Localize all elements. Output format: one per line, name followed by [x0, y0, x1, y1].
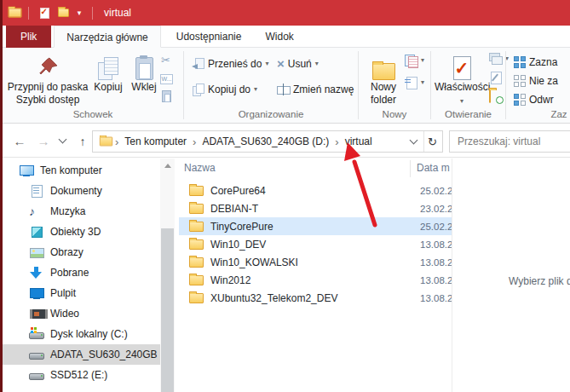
breadcrumb-drive-d[interactable]: ADATA_SU630_240GB (D:) [198, 135, 333, 147]
sidebar-item-documents[interactable]: Dokumenty [3, 181, 160, 201]
tab-narzedzia-glowne[interactable]: Narzędzia główne [54, 26, 160, 48]
paste-shortcut-icon [162, 90, 171, 102]
paste-shortcut-button[interactable] [162, 90, 171, 102]
copy-to-button[interactable]: Kopiuj do ▾ [192, 84, 257, 95]
window-title: virtual [104, 7, 131, 19]
chevron-down-icon: ▾ [254, 86, 257, 93]
qat-new-folder-button[interactable] [54, 3, 72, 23]
file-date: 23.02.20 [420, 204, 452, 214]
column-separator[interactable] [410, 160, 411, 177]
sidebar-item-label: Pobrane [50, 267, 89, 279]
sidebar-scrollbar[interactable] [160, 159, 175, 392]
easy-access-button[interactable]: ▾ [405, 77, 424, 89]
forward-button[interactable]: → [33, 124, 54, 158]
select-none-button[interactable]: Nie za [514, 75, 558, 87]
pin-label-line2: Szybki dostęp [6, 95, 89, 106]
preview-pane: Wybierz plik d [452, 159, 570, 392]
search-input[interactable] [450, 131, 570, 152]
file-row[interactable]: XUbuntu32_Telekom2_DEV13.08.20 [179, 289, 452, 307]
file-date: 13.08.20 [420, 293, 452, 303]
rename-button[interactable]: Zmień nazwę [277, 84, 354, 95]
breadcrumb-virtual[interactable]: virtual [341, 135, 377, 147]
refresh-button[interactable]: ↻ [428, 135, 442, 148]
file-row[interactable]: Win10_KOWALSKI13.08.20 [179, 253, 452, 271]
sidebar-item-this-pc[interactable]: Ten komputer [3, 160, 160, 181]
sidebar-item-drive-d[interactable]: ADATA_SU630_240GB (D:) [3, 344, 160, 365]
folder-icon [189, 186, 204, 196]
invert-selection-button[interactable]: Odwr [514, 94, 554, 106]
scrollbar-thumb[interactable] [161, 228, 174, 392]
sidebar-item-videos[interactable]: Wideo [3, 303, 160, 324]
file-row[interactable]: Win201213.08.20 [179, 271, 452, 289]
folder-icon [189, 257, 204, 268]
move-to-button[interactable]: Przenieś do ▾ [192, 58, 268, 70]
drive-icon [29, 348, 44, 361]
tab-widok[interactable]: Widok [253, 26, 305, 48]
cut-button[interactable]: ✂ [161, 55, 170, 66]
sidebar-item-desktop[interactable]: Pulpit [3, 283, 160, 303]
pin-to-quick-access-button[interactable]: Przypnij do paska Szybki dostęp [6, 48, 89, 107]
delete-button[interactable]: × Usuń ▾ [277, 58, 319, 70]
file-date: 25.02.20 [420, 186, 452, 196]
new-folder-label-line2: folder [364, 95, 403, 106]
sidebar-item-downloads[interactable]: Pobrane [3, 262, 160, 283]
music-icon: ♪ [29, 205, 44, 218]
qat-properties-button[interactable]: ✓ [35, 3, 54, 23]
sidebar-item-label: SSD512 (E:) [50, 369, 107, 381]
tab-udostepnianie[interactable]: Udostępnianie [164, 26, 254, 48]
qat-customize-button[interactable]: ▾ [72, 3, 86, 23]
select-all-button[interactable]: Zazna [514, 56, 557, 68]
group-label-clipboard: Schowek [3, 109, 183, 119]
group-new: Nowy folder ▾ ▾ Nowy [359, 48, 430, 123]
file-row[interactable]: CorePure6425.02.20 [179, 182, 452, 199]
paste-button[interactable]: Wklej [127, 48, 161, 107]
file-row[interactable]: Win10_DEV13.08.20 [179, 235, 452, 253]
tab-plik[interactable]: Plik [6, 26, 51, 48]
address-bar[interactable]: › Ten komputer › ADATA_SU630_240GB (D:) … [92, 130, 443, 153]
history-button[interactable] [489, 90, 503, 102]
rename-icon [277, 84, 290, 95]
new-item-button[interactable]: ▾ [405, 55, 424, 66]
titlebar[interactable]: ✓ ▾ virtual [3, 0, 570, 26]
address-history-button[interactable] [406, 141, 420, 143]
up-button[interactable]: ↑ [72, 124, 93, 158]
navigation-bar: ← → ↑ › Ten komputer › ADATA_SU630_240GB… [3, 124, 570, 158]
copy-path-icon: W... [160, 74, 173, 84]
group-label-select: Zaz [520, 109, 570, 119]
up-icon: ↑ [80, 135, 86, 148]
sidebar-item-music[interactable]: ♪Muzyka [3, 201, 160, 222]
copy-button[interactable]: Kopiuj [89, 48, 127, 107]
group-select: Zazna Nie za Odwr Zaz [506, 48, 570, 123]
pin-label-line1: Przypnij do paska [6, 82, 89, 93]
column-header-date[interactable]: Data m [417, 162, 450, 174]
main-content: Ten komputer Dokumenty ♪Muzyka Obiekty 3… [3, 159, 570, 392]
ribbon: Przypnij do paska Szybki dostęp Kopiuj W… [3, 48, 570, 124]
refresh-icon: ↻ [428, 135, 437, 148]
group-open: ✓ Właściwości ▾ ▾ Otwieranie [431, 48, 505, 123]
new-folder-icon [372, 63, 395, 80]
properties-button[interactable]: ✓ Właściwości ▾ [435, 48, 489, 107]
chevron-down-icon: ▾ [265, 61, 268, 67]
chevron-down-icon: ▾ [460, 97, 463, 105]
sidebar-item-label: Ten komputer [40, 164, 102, 176]
sidebar-item-3d-objects[interactable]: Obiekty 3D [3, 222, 160, 242]
sidebar-item-drive-e[interactable]: SSD512 (E:) [3, 365, 160, 385]
column-header-name[interactable]: Nazwa [184, 162, 216, 174]
breadcrumb-this-pc[interactable]: Ten komputer [120, 135, 191, 147]
new-folder-button[interactable]: Nowy folder [364, 48, 403, 107]
address-divider [423, 131, 424, 152]
copy-path-button[interactable]: W... [160, 74, 173, 84]
file-row[interactable]: DEBIAN-T23.02.20 [179, 199, 452, 217]
file-name: TinyCorePure [210, 221, 273, 233]
recent-locations-button[interactable] [55, 124, 69, 158]
sidebar-item-drive-c[interactable]: Dysk lokalny (C:) [3, 324, 160, 344]
sidebar-item-pictures[interactable]: Obrazy [3, 242, 160, 262]
back-button[interactable]: ← [9, 124, 30, 158]
crumb-separator-icon: › [113, 135, 120, 148]
back-icon: ← [14, 134, 26, 148]
edit-button[interactable] [490, 72, 503, 84]
videos-icon [29, 307, 44, 320]
file-row-selected[interactable]: TinyCorePure25.02.20 [179, 217, 452, 235]
cube-3d-icon [29, 225, 44, 239]
group-clipboard: Przypnij do paska Szybki dostęp Kopiuj W… [3, 48, 183, 123]
